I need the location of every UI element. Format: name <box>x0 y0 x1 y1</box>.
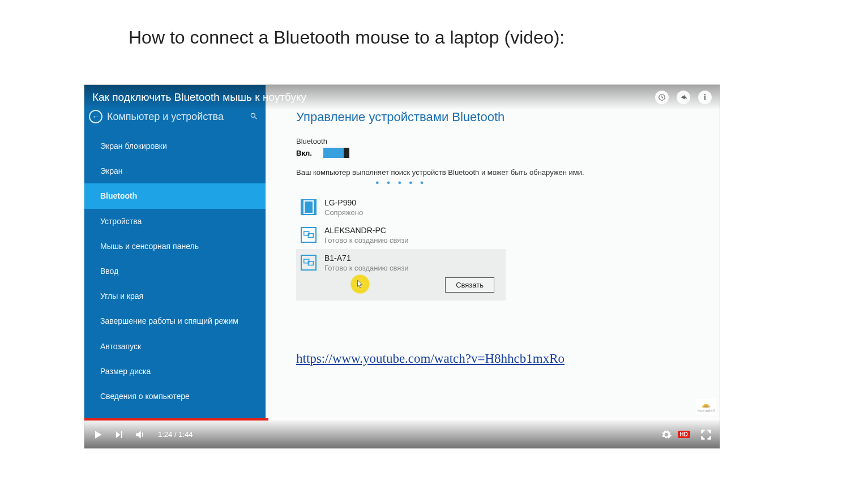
video-title-bar: Как подключить Bluetooth мышь к ноутбуку… <box>84 85 720 110</box>
sidebar-item[interactable]: Устройства <box>84 209 266 234</box>
pc-icon <box>301 227 317 243</box>
sidebar-item[interactable]: Экран <box>84 158 266 183</box>
bluetooth-toggle-label: Bluetooth <box>296 137 705 145</box>
bluetooth-toggle-state: Вкл. <box>296 149 312 157</box>
device-status: Готово к созданию связи <box>324 236 409 244</box>
channel-watermark[interactable]: lecemdeff <box>696 399 716 415</box>
settings-main-panel: Управление устройствами Bluetooth Blueto… <box>266 85 720 418</box>
sidebar-item[interactable]: Ввод <box>84 259 266 284</box>
device-item[interactable]: B1-A71Готово к созданию связиСвязать <box>296 249 506 301</box>
volume-button[interactable] <box>134 429 146 440</box>
device-name: B1-A71 <box>324 254 409 263</box>
hd-badge: HD <box>678 431 690 438</box>
sidebar-item[interactable]: Сведения о компьютере <box>84 384 266 409</box>
video-player[interactable]: Как подключить Bluetooth мышь к ноутбуку… <box>84 84 720 449</box>
progress-bar[interactable] <box>84 418 720 421</box>
back-icon[interactable]: ← <box>89 110 102 123</box>
device-item[interactable]: ALEKSANDR-PCГотово к созданию связи <box>296 221 506 249</box>
panel-heading: Управление устройствами Bluetooth <box>296 110 705 125</box>
sidebar-item[interactable]: Размер диска <box>84 359 266 384</box>
device-item[interactable]: LG-P990Сопряжено <box>296 194 506 221</box>
sidebar-item[interactable]: Мышь и сенсорная панель <box>84 234 266 259</box>
watch-later-icon[interactable] <box>655 91 669 104</box>
cursor-highlight <box>350 274 370 294</box>
sidebar-item[interactable]: Углы и края <box>84 284 266 308</box>
video-title: Как подключить Bluetooth мышь к ноутбуку <box>92 91 306 104</box>
svg-point-1 <box>251 113 255 117</box>
info-icon[interactable]: i <box>698 91 712 104</box>
time-display: 1:24 / 1:44 <box>158 430 193 439</box>
connect-button[interactable]: Связать <box>445 277 494 293</box>
sidebar-item[interactable]: Завершение работы и спящий режим <box>84 308 266 333</box>
sidebar-header[interactable]: ← Компьютер и устройства <box>84 110 266 128</box>
svg-line-2 <box>255 117 257 119</box>
play-button[interactable] <box>92 428 104 441</box>
fullscreen-button[interactable] <box>700 429 712 440</box>
next-button[interactable] <box>114 430 124 440</box>
device-status: Сопряжено <box>324 208 363 217</box>
settings-sidebar: ← Компьютер и устройства Экран блокировк… <box>84 85 266 418</box>
device-name: ALEKSANDR-PC <box>324 226 409 235</box>
phone-icon <box>301 199 317 215</box>
device-status: Готово к созданию связи <box>324 264 409 272</box>
share-icon[interactable] <box>677 91 690 104</box>
youtube-link[interactable]: https://www.youtube.com/watch?v=H8hhcb1m… <box>296 351 565 366</box>
sidebar-item[interactable]: Автозапуск <box>84 334 266 359</box>
bluetooth-toggle[interactable] <box>323 148 349 158</box>
sidebar-item[interactable]: Bluetooth <box>84 183 266 208</box>
sidebar-header-label: Компьютер и устройства <box>107 111 224 123</box>
device-list: LG-P990СопряженоALEKSANDR-PCГотово к соз… <box>296 194 506 301</box>
searching-indicator: ● ● ● ● ● <box>375 179 705 186</box>
bluetooth-status-text: Ваш компьютер выполняет поиск устройств … <box>296 168 705 177</box>
pc-icon <box>301 255 317 271</box>
settings-gear-icon[interactable] <box>661 429 672 440</box>
page-title: How to connect a Bluetooth mouse to a la… <box>129 27 565 48</box>
search-icon[interactable] <box>250 112 258 122</box>
video-controls-bar: 1:24 / 1:44 HD <box>84 418 720 448</box>
sidebar-item[interactable]: Экран блокировки <box>84 134 266 158</box>
device-name: LG-P990 <box>324 198 363 207</box>
